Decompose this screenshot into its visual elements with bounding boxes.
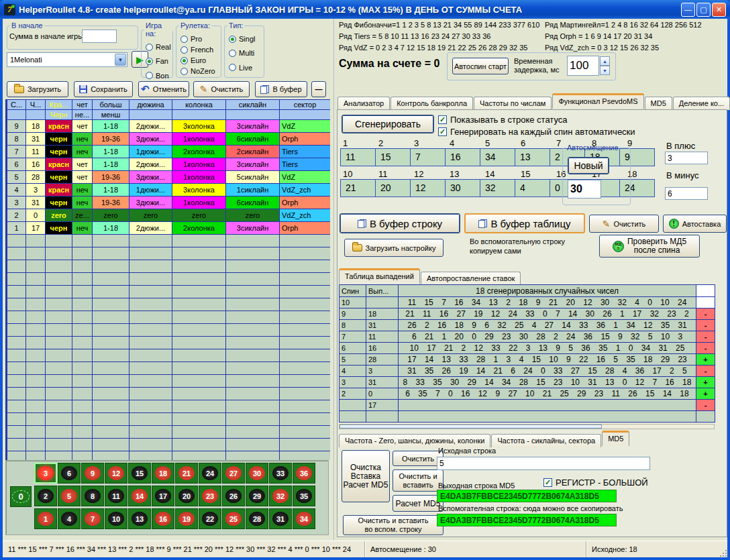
radio-option-fan[interactable]: Fan — [146, 57, 168, 65]
column-header[interactable]: Кра... — [46, 100, 72, 110]
column-header[interactable]: С... — [7, 100, 26, 110]
autostake-button[interactable]: ! Автоставка — [663, 215, 727, 233]
radio-option-real[interactable]: Real — [146, 43, 171, 51]
roulette-cell-9[interactable]: 9 — [81, 463, 104, 484]
roulette-cell-17[interactable]: 17 — [152, 486, 174, 506]
radio-option-bon[interactable]: Bon — [146, 72, 169, 80]
column-header[interactable]: больш — [93, 100, 129, 110]
tab-5[interactable]: Деление ко... — [673, 97, 730, 110]
roulette-cell-8[interactable]: 8 — [81, 486, 104, 506]
register-checkbox[interactable]: ✓ РЕГИСТР - БОЛЬШОЙ — [543, 478, 648, 488]
column-header[interactable]: дюжина — [129, 100, 172, 110]
combo-dropdown-icon[interactable]: ▼ — [115, 54, 126, 66]
сохранить-button[interactable]: Сохранить — [74, 81, 133, 97]
radio-option-multi[interactable]: Multi — [229, 49, 254, 57]
minimize-button[interactable]: — — [681, 3, 695, 17]
roulette-cell-3[interactable]: 3 — [34, 463, 57, 484]
roulette-cell-10[interactable]: 10 — [105, 508, 127, 529]
freqtab-0[interactable]: Частота - Zero, шансы, дюжины, колонки — [339, 434, 490, 447]
roulette-cell-36[interactable]: 36 — [293, 463, 315, 484]
subtab-0[interactable]: Таблица выпадений — [339, 268, 420, 284]
radio-option-singl[interactable]: Singl — [229, 35, 255, 43]
column-header[interactable] — [280, 110, 331, 120]
check-md5-button[interactable]: МД5 Проверить МД5 после спина — [599, 235, 700, 258]
spinner-up-icon[interactable]: ▲ — [600, 56, 610, 66]
radio-option-nozero[interactable]: NoZero — [180, 67, 215, 75]
md5-clear-paste-aux-button[interactable]: Очистить и вставить во вспом. строку — [343, 515, 444, 535]
md5-calc-button[interactable]: Расчет MD5 — [393, 495, 444, 512]
roulette-cell-14[interactable]: 14 — [128, 486, 151, 506]
clear-gen-button[interactable]: ✎ Очистить — [589, 215, 659, 233]
resize-grip[interactable] — [719, 549, 727, 557]
roulette-cell-1[interactable]: 1 — [34, 508, 57, 529]
roulette-cell-15[interactable]: 15 — [128, 463, 151, 484]
column-header[interactable]: колонка — [172, 100, 226, 110]
show-status-checkbox[interactable]: ✓ Показывать в строке статуса — [438, 115, 568, 125]
column-header[interactable]: сектор — [280, 100, 331, 110]
tab-1[interactable]: Контроль банкролла — [390, 97, 473, 110]
tab-3[interactable]: Функционал PsevdoMS — [552, 93, 643, 109]
roulette-cell-6[interactable]: 6 — [58, 463, 81, 484]
roulette-cell-24[interactable]: 24 — [199, 463, 221, 484]
maximize-button[interactable]: ▢ — [696, 3, 711, 17]
md5-source-input[interactable] — [437, 457, 650, 470]
column-header[interactable]: не... — [72, 110, 93, 120]
roulette-cell-18[interactable]: 18 — [152, 463, 174, 484]
в буфер-button[interactable]: В буфер — [255, 81, 307, 97]
spin-table-scrollbar[interactable] — [339, 424, 715, 429]
roulette-cell-29[interactable]: 29 — [246, 486, 268, 506]
delay-input[interactable] — [567, 56, 599, 76]
roulette-cell-31[interactable]: 31 — [269, 508, 292, 529]
freqtab-2[interactable]: MD5 — [602, 431, 629, 446]
buffer-line-button[interactable]: В буфер строку — [340, 213, 460, 233]
new-offset-button[interactable]: Новый — [568, 157, 609, 174]
md5-clear-paste-button[interactable]: Очистить и вставить — [393, 469, 444, 492]
radio-option-pro[interactable]: Pro — [180, 35, 202, 43]
column-header[interactable] — [26, 110, 46, 120]
generate-button[interactable]: Сгенерировать — [342, 115, 434, 133]
roulette-cell-26[interactable]: 26 — [222, 486, 245, 506]
roulette-cell-25[interactable]: 25 — [222, 508, 245, 529]
column-header[interactable] — [129, 110, 172, 120]
roulette-cell-12[interactable]: 12 — [105, 463, 127, 484]
buffer-table-button[interactable]: В буфер таблицу — [464, 213, 585, 233]
collapse-button[interactable]: — — [311, 81, 326, 97]
roulette-cell-5[interactable]: 5 — [58, 486, 81, 506]
close-button[interactable]: ✕ — [712, 3, 726, 17]
plus-input[interactable] — [665, 152, 708, 164]
roulette-cell-21[interactable]: 21 — [175, 463, 198, 484]
md5-clear-button[interactable]: Очистить — [393, 451, 444, 466]
column-header[interactable]: Ч... — [26, 100, 46, 110]
preset-combo[interactable]: 1Melonati ▼ — [7, 52, 127, 67]
roulette-cell-zero[interactable]: 0 — [10, 486, 32, 507]
roulette-cell-20[interactable]: 20 — [175, 486, 198, 506]
column-header[interactable]: Черн — [46, 110, 72, 120]
column-header[interactable]: сиклайн — [226, 100, 280, 110]
start-sum-input[interactable] — [82, 30, 117, 43]
scrollbar-thumb[interactable] — [340, 425, 602, 429]
roulette-cell-11[interactable]: 11 — [105, 486, 127, 506]
column-header[interactable] — [226, 110, 280, 120]
radio-option-live[interactable]: Live — [229, 64, 252, 72]
roulette-cell-34[interactable]: 34 — [293, 508, 315, 529]
freqtab-1[interactable]: Частота - сиклайны, сектора — [491, 434, 601, 447]
column-header[interactable]: чет — [72, 100, 93, 110]
auto-generate-checkbox[interactable]: ✓ Генерировать на каждый спин автоматиче… — [438, 127, 635, 137]
tab-2[interactable]: Частоты по числам — [474, 97, 552, 110]
roulette-cell-19[interactable]: 19 — [175, 508, 198, 529]
radio-option-euro[interactable]: Euro — [180, 56, 206, 64]
roulette-cell-30[interactable]: 30 — [246, 463, 268, 484]
roulette-cell-13[interactable]: 13 — [128, 508, 151, 529]
column-header[interactable] — [172, 110, 226, 120]
очистить-button[interactable]: ✎Очистить — [193, 81, 250, 97]
roulette-cell-7[interactable]: 7 — [81, 508, 104, 529]
roulette-cell-22[interactable]: 22 — [199, 508, 221, 529]
roulette-cell-23[interactable]: 23 — [199, 486, 221, 506]
roulette-cell-33[interactable]: 33 — [269, 463, 292, 484]
minus-input[interactable] — [665, 187, 708, 200]
tab-0[interactable]: Анализатор — [337, 97, 390, 110]
md5-big-button[interactable]: Очистка Вставка Расчет MD5 — [342, 450, 390, 502]
subtab-1[interactable]: Автопроставление ставок — [421, 272, 521, 285]
column-header[interactable]: менш — [93, 110, 129, 120]
column-header[interactable] — [7, 110, 26, 120]
